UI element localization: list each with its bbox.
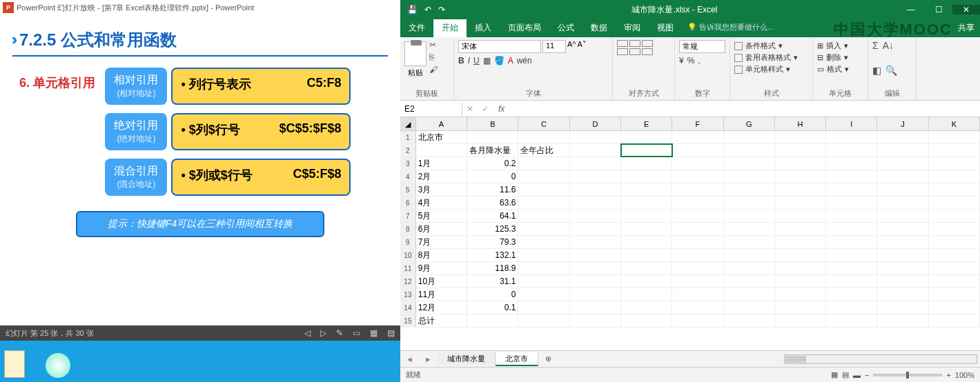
sheet-tab[interactable]: 北京市: [496, 352, 538, 366]
cell[interactable]: [672, 223, 723, 235]
row-header[interactable]: 8: [400, 223, 416, 235]
cell[interactable]: [518, 301, 569, 314]
cell[interactable]: [621, 183, 672, 196]
cell[interactable]: [672, 157, 723, 170]
cell[interactable]: [672, 301, 723, 314]
row-header[interactable]: 3: [400, 157, 416, 170]
cell[interactable]: [621, 223, 672, 235]
cell[interactable]: [775, 301, 826, 314]
cell[interactable]: [826, 223, 877, 235]
cell[interactable]: [518, 197, 569, 209]
cell[interactable]: [877, 210, 928, 222]
cell[interactable]: [929, 275, 980, 288]
cell[interactable]: [724, 249, 775, 261]
tab-公式[interactable]: 公式: [549, 19, 582, 37]
cell[interactable]: [621, 275, 672, 288]
cell[interactable]: [929, 197, 980, 209]
view-sorter-icon[interactable]: ▦: [370, 328, 378, 338]
cell[interactable]: [775, 144, 826, 157]
cell[interactable]: [877, 236, 928, 248]
cell[interactable]: 0: [467, 170, 518, 183]
cancel-formula-icon[interactable]: ✕: [462, 104, 478, 114]
cell[interactable]: [518, 170, 569, 183]
cell[interactable]: [672, 183, 723, 196]
cell[interactable]: [570, 236, 621, 248]
row-header[interactable]: 2: [400, 144, 416, 157]
save-icon[interactable]: 💾: [407, 5, 418, 14]
cell[interactable]: [826, 314, 877, 327]
cell[interactable]: [724, 131, 775, 143]
col-header[interactable]: E: [621, 117, 672, 130]
add-sheet-button[interactable]: ⊕: [538, 352, 558, 365]
format-cells-button[interactable]: ▭ 格式 ▾: [817, 63, 863, 75]
cell[interactable]: [877, 301, 928, 314]
cell[interactable]: [672, 275, 723, 288]
cell[interactable]: [929, 131, 980, 143]
cell[interactable]: [775, 183, 826, 196]
alignment-group[interactable]: [617, 40, 670, 55]
cell[interactable]: [672, 210, 723, 222]
redo-icon[interactable]: ↷: [438, 5, 445, 14]
cell[interactable]: [621, 314, 672, 327]
cell[interactable]: [570, 210, 621, 222]
row-header[interactable]: 1: [400, 131, 416, 143]
desktop-app-icon[interactable]: [46, 353, 70, 378]
view-reading-icon[interactable]: ▤: [387, 328, 395, 338]
cell[interactable]: 125.3: [467, 223, 518, 235]
tab-页面布局[interactable]: 页面布局: [500, 19, 549, 37]
desktop-file-icon[interactable]: [4, 350, 25, 378]
format-painter-icon[interactable]: 🖌: [429, 65, 438, 74]
spreadsheet-grid[interactable]: 1北京市2各月降水量全年占比31月0.242月053月11.664月63.675…: [400, 131, 980, 350]
view-normal-icon[interactable]: ▭: [353, 328, 360, 338]
cut-icon[interactable]: ✂: [429, 40, 438, 50]
cell[interactable]: [775, 131, 826, 143]
cell[interactable]: [518, 249, 569, 261]
cell[interactable]: 8月: [416, 249, 467, 261]
zoom-slider[interactable]: [873, 374, 942, 376]
sheet-nav-next-icon[interactable]: ►: [419, 355, 438, 363]
sheet-nav-prev-icon[interactable]: ◄: [400, 355, 419, 363]
cell[interactable]: [621, 236, 672, 248]
copy-icon[interactable]: ⎘: [429, 52, 438, 62]
cell[interactable]: [826, 301, 877, 314]
insert-cells-button[interactable]: ⊞ 插入 ▾: [817, 40, 863, 52]
bold-button[interactable]: B: [458, 56, 464, 66]
share-button[interactable]: 共享: [952, 19, 980, 37]
cell[interactable]: [826, 131, 877, 143]
cell[interactable]: 7月: [416, 236, 467, 248]
cell[interactable]: [826, 144, 877, 157]
cell[interactable]: [724, 170, 775, 183]
cell[interactable]: [570, 131, 621, 143]
cell[interactable]: [929, 301, 980, 314]
close-icon[interactable]: ✕: [952, 5, 980, 14]
cell[interactable]: [877, 223, 928, 235]
cell[interactable]: [775, 288, 826, 301]
cell[interactable]: [877, 249, 928, 261]
italic-button[interactable]: I: [468, 56, 470, 66]
cell[interactable]: [775, 170, 826, 183]
cell[interactable]: [672, 249, 723, 261]
cell[interactable]: [877, 197, 928, 209]
cell[interactable]: 132.1: [467, 249, 518, 261]
font-size-select[interactable]: 11: [542, 40, 566, 53]
cell[interactable]: [929, 157, 980, 170]
conditional-format-button[interactable]: 条件格式 ▾: [734, 40, 808, 52]
cell[interactable]: [775, 210, 826, 222]
cell[interactable]: [621, 131, 672, 143]
cell[interactable]: 1月: [416, 157, 467, 170]
cell[interactable]: [929, 170, 980, 183]
cell[interactable]: [621, 249, 672, 261]
slide-area[interactable]: ››› 7.2.5 公式和常用函数 6. 单元格引用 相对引用(相对地址) • …: [0, 15, 400, 325]
cell[interactable]: [877, 262, 928, 274]
cell[interactable]: [877, 288, 928, 301]
font-color-icon[interactable]: A: [508, 56, 513, 66]
cell[interactable]: [877, 157, 928, 170]
cell[interactable]: [877, 183, 928, 196]
cell[interactable]: 12月: [416, 301, 467, 314]
cell[interactable]: [672, 131, 723, 143]
select-all-cell[interactable]: ◢: [400, 117, 416, 130]
cell[interactable]: [724, 223, 775, 235]
cell[interactable]: [929, 314, 980, 327]
cell[interactable]: [826, 210, 877, 222]
h-scrollbar[interactable]: [784, 354, 977, 364]
